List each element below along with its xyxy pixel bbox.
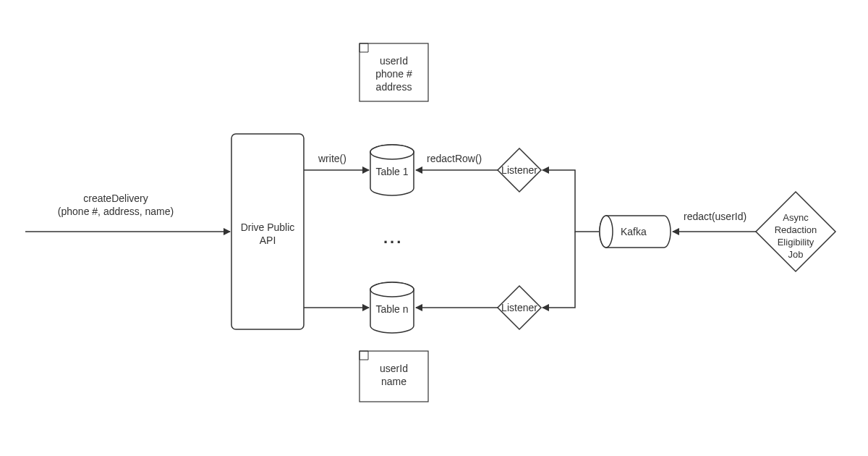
ellipsis: ... (383, 228, 403, 249)
input-label: createDelivery (phone #, address, name) (43, 192, 188, 218)
listener1-label: Listener (499, 164, 540, 177)
table1-note-text: userId phone # address (359, 54, 428, 94)
job-label: Async Redaction Eligibility Job (767, 212, 825, 261)
svg-point-3 (370, 282, 414, 297)
redactrow-label: redactRow() (427, 152, 482, 165)
listenerN-label: Listener (499, 301, 540, 314)
edge-kafka-to-listeners (542, 170, 599, 232)
svg-point-1 (370, 145, 414, 159)
diagram-canvas (0, 0, 868, 456)
write-label: write() (318, 152, 346, 165)
api-label: Drive Public API (231, 221, 304, 247)
tableN-note-text: userId name (359, 362, 428, 388)
kafka-label: Kafka (621, 225, 647, 238)
table1-label: Table 1 (373, 165, 411, 178)
tableN-label: Table n (373, 303, 411, 316)
redact-label: redact(userId) (684, 210, 746, 223)
edge-kafka-to-listenerN (542, 232, 575, 308)
svg-point-7 (600, 216, 613, 248)
